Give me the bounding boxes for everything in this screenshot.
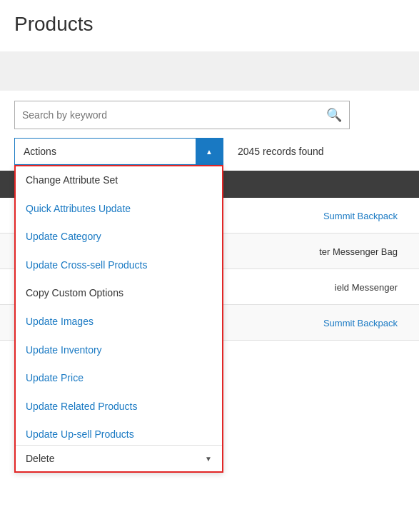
actions-arrow-button[interactable]: ▲: [196, 139, 223, 164]
dropdown-item-quick-attributes-update[interactable]: Quick Attributes Update: [16, 195, 222, 224]
dropdown-menu: Change Attribute Set Quick Attributes Up…: [14, 165, 223, 473]
search-area: 🔍: [0, 101, 419, 129]
search-icon: 🔍: [326, 107, 342, 123]
dropdown-item-update-price[interactable]: Update Price: [16, 364, 222, 393]
page-container: Products 🔍 Actions ▲ 2045 records found …: [0, 0, 419, 532]
dropdown-menu-inner[interactable]: Change Attribute Set Quick Attributes Up…: [16, 166, 222, 445]
actions-label: Actions: [15, 146, 196, 157]
dropdown-item-update-related-products[interactable]: Update Related Products: [16, 393, 222, 421]
dropdown-item-update-cross-sell[interactable]: Update Cross-sell Products: [16, 251, 222, 280]
search-bar[interactable]: 🔍: [14, 101, 350, 129]
records-found: 2045 records found: [238, 146, 324, 157]
product-text-3: ield Messenger: [335, 282, 398, 293]
dropdown-item-copy-custom-options[interactable]: Copy Custom Options: [16, 279, 222, 308]
dropdown-item-update-upsell-products[interactable]: Update Up-sell Products: [16, 421, 222, 445]
product-link-1[interactable]: Summit Backpack: [323, 211, 398, 221]
page-title: Products: [14, 13, 405, 36]
actions-dropdown[interactable]: Actions ▲: [14, 138, 223, 165]
product-text-2: ter Messenger Bag: [319, 246, 398, 257]
page-header: Products: [0, 0, 419, 51]
dropdown-footer[interactable]: Delete ▼: [16, 445, 222, 471]
dropdown-item-update-inventory[interactable]: Update Inventory: [16, 336, 222, 365]
toolbar-top: [0, 51, 419, 91]
arrow-up-icon: ▲: [206, 148, 213, 156]
dropdown-item-update-category[interactable]: Update Category: [16, 223, 222, 251]
product-link-4[interactable]: Summit Backpack: [323, 318, 398, 328]
dropdown-item-change-attribute-set[interactable]: Change Attribute Set: [16, 166, 222, 195]
search-input[interactable]: [22, 109, 326, 121]
dropdown-footer-arrow-icon: ▼: [205, 455, 212, 463]
dropdown-item-update-images[interactable]: Update Images: [16, 308, 222, 336]
actions-row: Actions ▲ 2045 records found Change Attr…: [0, 138, 419, 165]
dropdown-footer-label: Delete: [26, 453, 54, 464]
